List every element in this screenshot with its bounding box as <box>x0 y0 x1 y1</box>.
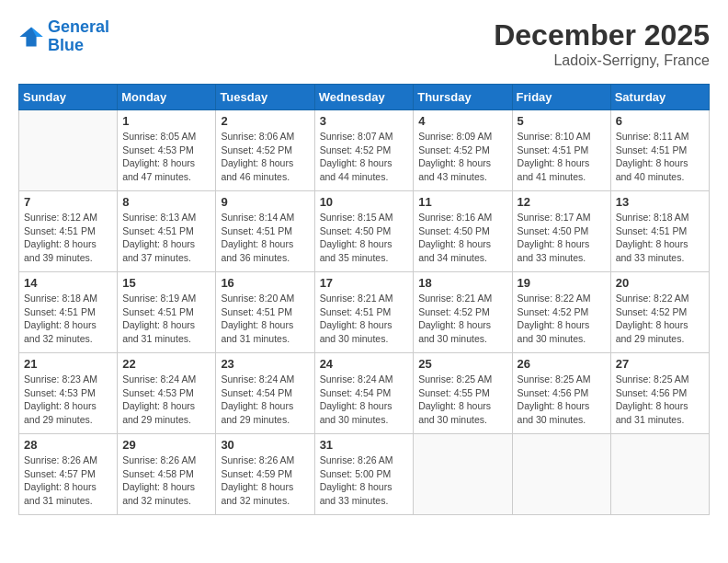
logo-line2: Blue <box>48 36 84 54</box>
day-info: Sunrise: 8:18 AMSunset: 4:51 PMDaylight:… <box>24 292 112 346</box>
day-number: 13 <box>616 195 704 209</box>
day-number: 1 <box>122 114 210 128</box>
calendar-cell: 24Sunrise: 8:24 AMSunset: 4:54 PMDayligh… <box>314 353 414 434</box>
day-info: Sunrise: 8:25 AMSunset: 4:55 PMDaylight:… <box>418 373 506 427</box>
logo-line1: General <box>48 17 109 36</box>
day-info: Sunrise: 8:17 AMSunset: 4:50 PMDaylight:… <box>518 211 606 265</box>
day-info: Sunrise: 8:25 AMSunset: 4:56 PMDaylight:… <box>616 373 704 427</box>
location-title: Ladoix-Serrigny, France <box>494 52 710 69</box>
day-info: Sunrise: 8:23 AMSunset: 4:53 PMDaylight:… <box>24 373 112 427</box>
day-info: Sunrise: 8:26 AMSunset: 4:59 PMDaylight:… <box>221 454 309 508</box>
title-block: December 2025 Ladoix-Serrigny, France <box>494 18 710 69</box>
calendar-cell: 13Sunrise: 8:18 AMSunset: 4:51 PMDayligh… <box>610 191 709 272</box>
day-info: Sunrise: 8:26 AMSunset: 4:58 PMDaylight:… <box>122 454 210 508</box>
calendar-cell: 23Sunrise: 8:24 AMSunset: 4:54 PMDayligh… <box>216 353 314 434</box>
day-number: 3 <box>320 114 409 128</box>
day-info: Sunrise: 8:06 AMSunset: 4:52 PMDaylight:… <box>221 130 309 184</box>
day-number: 14 <box>24 276 112 290</box>
day-info: Sunrise: 8:09 AMSunset: 4:52 PMDaylight:… <box>418 130 506 184</box>
calendar-cell: 26Sunrise: 8:25 AMSunset: 4:56 PMDayligh… <box>512 353 610 434</box>
day-info: Sunrise: 8:19 AMSunset: 4:51 PMDaylight:… <box>122 292 210 346</box>
calendar-cell: 6Sunrise: 8:11 AMSunset: 4:51 PMDaylight… <box>610 110 709 191</box>
calendar-cell: 29Sunrise: 8:26 AMSunset: 4:58 PMDayligh… <box>118 434 216 515</box>
day-info: Sunrise: 8:26 AMSunset: 4:57 PMDaylight:… <box>24 454 112 508</box>
day-info: Sunrise: 8:12 AMSunset: 4:51 PMDaylight:… <box>24 211 112 265</box>
day-number: 20 <box>616 276 704 290</box>
day-number: 21 <box>24 357 112 371</box>
day-number: 9 <box>221 195 309 209</box>
calendar-cell: 1Sunrise: 8:05 AMSunset: 4:53 PMDaylight… <box>118 110 216 191</box>
weekday-header: Saturday <box>610 85 709 110</box>
day-number: 23 <box>221 357 309 371</box>
calendar-cell: 18Sunrise: 8:21 AMSunset: 4:52 PMDayligh… <box>414 272 512 353</box>
weekday-header: Thursday <box>414 85 512 110</box>
calendar-cell: 11Sunrise: 8:16 AMSunset: 4:50 PMDayligh… <box>414 191 512 272</box>
calendar-cell: 7Sunrise: 8:12 AMSunset: 4:51 PMDaylight… <box>19 191 118 272</box>
day-number: 26 <box>518 357 606 371</box>
day-info: Sunrise: 8:10 AMSunset: 4:51 PMDaylight:… <box>518 130 606 184</box>
day-info: Sunrise: 8:18 AMSunset: 4:51 PMDaylight:… <box>616 211 704 265</box>
calendar-header-row: SundayMondayTuesdayWednesdayThursdayFrid… <box>19 85 710 110</box>
day-number: 19 <box>518 276 606 290</box>
calendar-cell: 17Sunrise: 8:21 AMSunset: 4:51 PMDayligh… <box>314 272 414 353</box>
weekday-header: Tuesday <box>216 85 314 110</box>
day-number: 17 <box>320 276 409 290</box>
day-info: Sunrise: 8:20 AMSunset: 4:51 PMDaylight:… <box>221 292 309 346</box>
calendar-cell: 22Sunrise: 8:24 AMSunset: 4:53 PMDayligh… <box>118 353 216 434</box>
logo-text: General Blue <box>48 18 109 55</box>
day-number: 10 <box>320 195 409 209</box>
calendar-week-row: 14Sunrise: 8:18 AMSunset: 4:51 PMDayligh… <box>19 272 710 353</box>
day-info: Sunrise: 8:25 AMSunset: 4:56 PMDaylight:… <box>518 373 606 427</box>
calendar-cell: 3Sunrise: 8:07 AMSunset: 4:52 PMDaylight… <box>314 110 414 191</box>
calendar-cell: 8Sunrise: 8:13 AMSunset: 4:51 PMDaylight… <box>118 191 216 272</box>
day-number: 5 <box>518 114 606 128</box>
calendar-week-row: 21Sunrise: 8:23 AMSunset: 4:53 PMDayligh… <box>19 353 710 434</box>
calendar-cell: 16Sunrise: 8:20 AMSunset: 4:51 PMDayligh… <box>216 272 314 353</box>
calendar-cell <box>512 434 610 515</box>
calendar-cell: 14Sunrise: 8:18 AMSunset: 4:51 PMDayligh… <box>19 272 118 353</box>
calendar-cell: 4Sunrise: 8:09 AMSunset: 4:52 PMDaylight… <box>414 110 512 191</box>
day-info: Sunrise: 8:15 AMSunset: 4:50 PMDaylight:… <box>320 211 409 265</box>
day-number: 8 <box>122 195 210 209</box>
day-number: 27 <box>616 357 704 371</box>
day-number: 29 <box>122 438 210 452</box>
weekday-header: Sunday <box>19 85 118 110</box>
calendar-cell: 5Sunrise: 8:10 AMSunset: 4:51 PMDaylight… <box>512 110 610 191</box>
day-number: 6 <box>616 114 704 128</box>
day-number: 7 <box>24 195 112 209</box>
day-info: Sunrise: 8:07 AMSunset: 4:52 PMDaylight:… <box>320 130 409 184</box>
calendar-cell: 15Sunrise: 8:19 AMSunset: 4:51 PMDayligh… <box>118 272 216 353</box>
calendar-cell: 10Sunrise: 8:15 AMSunset: 4:50 PMDayligh… <box>314 191 414 272</box>
calendar-cell: 28Sunrise: 8:26 AMSunset: 4:57 PMDayligh… <box>19 434 118 515</box>
calendar-cell: 12Sunrise: 8:17 AMSunset: 4:50 PMDayligh… <box>512 191 610 272</box>
day-info: Sunrise: 8:24 AMSunset: 4:54 PMDaylight:… <box>221 373 309 427</box>
calendar-cell: 9Sunrise: 8:14 AMSunset: 4:51 PMDaylight… <box>216 191 314 272</box>
calendar-cell: 30Sunrise: 8:26 AMSunset: 4:59 PMDayligh… <box>216 434 314 515</box>
weekday-header: Wednesday <box>314 85 414 110</box>
day-number: 18 <box>418 276 506 290</box>
day-info: Sunrise: 8:13 AMSunset: 4:51 PMDaylight:… <box>122 211 210 265</box>
day-number: 2 <box>221 114 309 128</box>
day-number: 31 <box>320 438 409 452</box>
day-number: 30 <box>221 438 309 452</box>
logo: General Blue <box>18 18 109 55</box>
day-info: Sunrise: 8:22 AMSunset: 4:52 PMDaylight:… <box>616 292 704 346</box>
weekday-header: Monday <box>118 85 216 110</box>
day-info: Sunrise: 8:24 AMSunset: 4:53 PMDaylight:… <box>122 373 210 427</box>
logo-icon <box>18 24 44 50</box>
calendar-week-row: 7Sunrise: 8:12 AMSunset: 4:51 PMDaylight… <box>19 191 710 272</box>
day-number: 4 <box>418 114 506 128</box>
calendar-cell <box>19 110 118 191</box>
weekday-header: Friday <box>512 85 610 110</box>
calendar-cell: 20Sunrise: 8:22 AMSunset: 4:52 PMDayligh… <box>610 272 709 353</box>
calendar-week-row: 1Sunrise: 8:05 AMSunset: 4:53 PMDaylight… <box>19 110 710 191</box>
day-number: 24 <box>320 357 409 371</box>
page-header: General Blue December 2025 Ladoix-Serrig… <box>18 18 710 69</box>
month-title: December 2025 <box>494 18 710 52</box>
calendar-cell: 2Sunrise: 8:06 AMSunset: 4:52 PMDaylight… <box>216 110 314 191</box>
calendar-cell: 21Sunrise: 8:23 AMSunset: 4:53 PMDayligh… <box>19 353 118 434</box>
day-info: Sunrise: 8:21 AMSunset: 4:51 PMDaylight:… <box>320 292 409 346</box>
day-info: Sunrise: 8:14 AMSunset: 4:51 PMDaylight:… <box>221 211 309 265</box>
day-number: 11 <box>418 195 506 209</box>
day-info: Sunrise: 8:24 AMSunset: 4:54 PMDaylight:… <box>320 373 409 427</box>
